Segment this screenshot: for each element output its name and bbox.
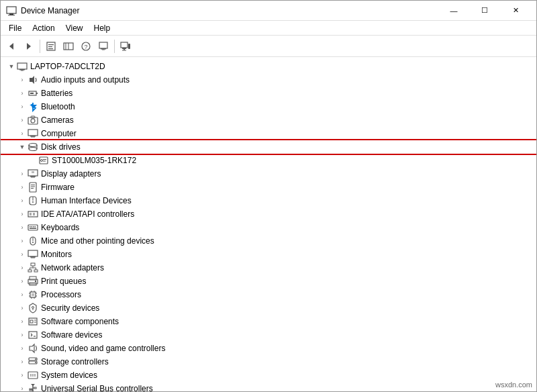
svg-rect-17 bbox=[121, 42, 128, 48]
tree-item-system[interactable]: › System devices bbox=[1, 369, 536, 382]
minimize-button[interactable]: — bbox=[438, 1, 469, 21]
svg-rect-32 bbox=[28, 130, 38, 136]
menu-file[interactable]: File bbox=[3, 22, 27, 34]
menu-action[interactable]: Action bbox=[27, 22, 60, 34]
svg-rect-49 bbox=[31, 185, 35, 185]
tree-item-processors[interactable]: › Processors bbox=[1, 288, 536, 301]
svg-point-91 bbox=[32, 307, 34, 309]
tree-item-sound[interactable]: › Sound, video and game controllers bbox=[1, 342, 536, 355]
svg-rect-16 bbox=[102, 49, 105, 50]
tree-root[interactable]: ▼ LAPTOP-7ADCLT2D bbox=[1, 60, 536, 73]
properties-button[interactable] bbox=[43, 38, 59, 54]
software-dev-expand-icon: › bbox=[17, 330, 28, 340]
storage-label: Storage controllers bbox=[41, 357, 109, 366]
svg-rect-45 bbox=[30, 176, 36, 177]
svg-rect-47 bbox=[32, 171, 34, 173]
tree-item-display[interactable]: › Display adapters bbox=[1, 167, 536, 181]
print-expand-icon: › bbox=[17, 276, 28, 287]
svg-rect-8 bbox=[48, 48, 53, 49]
keyboards-icon bbox=[28, 222, 38, 233]
tree-item-storage[interactable]: › Storage controllers bbox=[1, 355, 536, 369]
svg-rect-62 bbox=[35, 226, 36, 228]
tree-item-usb[interactable]: › Universal Serial Bus controllers bbox=[1, 382, 536, 391]
tree-item-disk[interactable]: ▼ Disk drives bbox=[1, 140, 536, 154]
root-expand-icon: ▼ bbox=[6, 61, 17, 72]
svg-rect-14 bbox=[99, 42, 107, 48]
mice-expand-icon: › bbox=[17, 236, 28, 246]
help-button[interactable]: ? bbox=[78, 38, 94, 54]
svg-point-30 bbox=[31, 119, 35, 123]
svg-rect-67 bbox=[28, 250, 38, 256]
svg-rect-15 bbox=[101, 48, 106, 50]
svg-rect-24 bbox=[21, 70, 23, 71]
usb-label: Universal Serial Bus controllers bbox=[41, 384, 153, 391]
tree-item-keyboards[interactable]: › Keyboards bbox=[1, 221, 536, 234]
tree-item-monitors[interactable]: › Monitors bbox=[1, 248, 536, 261]
root-label: LAPTOP-7ADCLT2D bbox=[30, 62, 105, 71]
bluetooth-icon bbox=[28, 101, 38, 112]
print-icon bbox=[28, 276, 38, 287]
processors-icon bbox=[28, 289, 38, 300]
forward-button[interactable] bbox=[21, 38, 37, 54]
security-expand-icon: › bbox=[17, 303, 28, 313]
tree-content[interactable]: ▼ LAPTOP-7ADCLT2D › Audio inputs and out… bbox=[1, 57, 536, 391]
hid-expand-icon: › bbox=[17, 195, 28, 206]
usb-icon bbox=[28, 383, 38, 391]
tree-item-software-dev[interactable]: › Software devices bbox=[1, 328, 536, 342]
svg-point-66 bbox=[32, 242, 34, 243]
ide-label: IDE ATA/ATAPI controllers bbox=[41, 209, 134, 219]
back-button[interactable] bbox=[3, 38, 19, 54]
disk-label: Disk drives bbox=[41, 142, 81, 152]
svg-rect-50 bbox=[31, 187, 35, 187]
svg-rect-43 bbox=[43, 161, 46, 162]
sound-label: Sound, video and game controllers bbox=[41, 344, 165, 353]
tree-item-print[interactable]: › Print queues bbox=[1, 275, 536, 288]
device-manager-window: Device Manager — ☐ ✕ File Action View He… bbox=[0, 0, 537, 392]
svg-rect-20 bbox=[122, 50, 126, 50]
tree-item-network[interactable]: › Network adapters bbox=[1, 261, 536, 275]
system-icon bbox=[28, 370, 38, 381]
update-button[interactable] bbox=[60, 38, 77, 54]
tree-item-audio[interactable]: › Audio inputs and outputs bbox=[1, 73, 536, 87]
svg-rect-7 bbox=[48, 46, 52, 47]
svg-rect-72 bbox=[34, 270, 38, 272]
svg-point-117 bbox=[32, 391, 34, 392]
svg-rect-48 bbox=[30, 183, 36, 192]
monitors-label: Monitors bbox=[41, 250, 72, 259]
tree-item-software-comp[interactable]: › Software components bbox=[1, 315, 536, 328]
svg-rect-28 bbox=[30, 93, 34, 94]
batteries-expand-icon: › bbox=[17, 88, 28, 99]
uninstall-button[interactable] bbox=[95, 38, 111, 54]
tree-item-bluetooth[interactable]: › Bluetooth bbox=[1, 100, 536, 113]
ide-expand-icon: › bbox=[17, 209, 28, 219]
tree-item-ide[interactable]: › IDE ATA/ATAPI controllers bbox=[1, 207, 536, 221]
svg-point-104 bbox=[35, 358, 36, 360]
menu-help[interactable]: Help bbox=[89, 22, 116, 34]
tree-item-computer[interactable]: › Computer bbox=[1, 127, 536, 140]
toolbar-separator-2 bbox=[114, 40, 115, 53]
tree-item-cameras[interactable]: › Cameras bbox=[1, 113, 536, 127]
computer-icon bbox=[28, 128, 38, 139]
tree-item-batteries[interactable]: › Batteries bbox=[1, 87, 536, 100]
tree-item-disk-child[interactable]: ST1000LM035-1RK172 bbox=[1, 154, 536, 167]
close-button[interactable]: ✕ bbox=[500, 1, 531, 21]
scan-button[interactable] bbox=[117, 38, 134, 54]
svg-rect-46 bbox=[31, 177, 35, 178]
software-dev-label: Software devices bbox=[41, 330, 102, 340]
tree-item-hid[interactable]: › Human Interface Devices bbox=[1, 194, 536, 207]
svg-point-54 bbox=[32, 201, 34, 203]
title-bar: Device Manager — ☐ ✕ bbox=[1, 1, 536, 21]
system-label: System devices bbox=[41, 371, 97, 380]
svg-rect-6 bbox=[48, 44, 54, 45]
keyboards-label: Keyboards bbox=[41, 223, 79, 232]
display-label: Display adapters bbox=[41, 169, 101, 179]
bluetooth-label: Bluetooth bbox=[41, 102, 75, 111]
maximize-button[interactable]: ☐ bbox=[469, 1, 500, 21]
tree-item-mice[interactable]: › Mice and other pointing devices bbox=[1, 234, 536, 248]
mice-icon bbox=[28, 236, 38, 246]
tree-item-firmware[interactable]: › Firmware bbox=[1, 181, 536, 194]
menu-view[interactable]: View bbox=[60, 22, 89, 34]
svg-rect-19 bbox=[124, 49, 125, 50]
tree-item-security[interactable]: › Security devices bbox=[1, 301, 536, 315]
svg-rect-1 bbox=[9, 13, 13, 15]
